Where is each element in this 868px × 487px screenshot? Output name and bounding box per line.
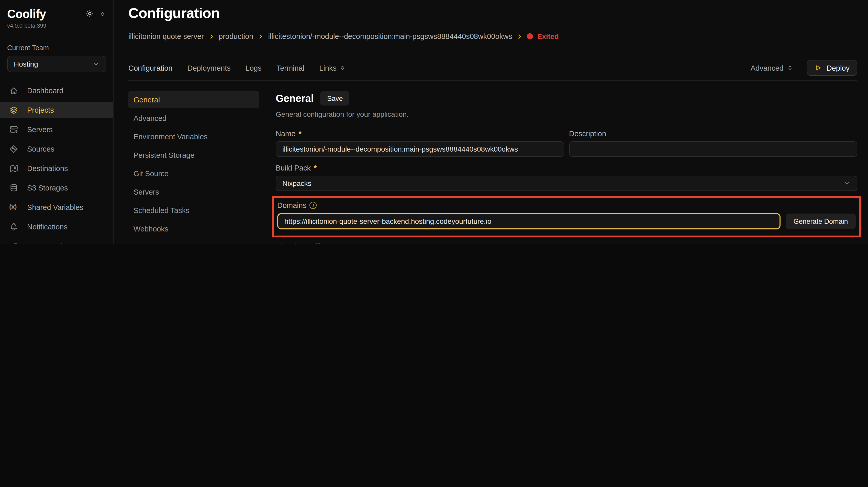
unfold-icon xyxy=(787,64,793,71)
subnav-item-scheduled-tasks[interactable]: Scheduled Tasks xyxy=(128,202,259,219)
build-pack-value: Nixpacks xyxy=(282,179,311,188)
breadcrumb-application[interactable]: illicitestonion/-module--decomposition:m… xyxy=(268,32,512,40)
tab-deployments[interactable]: Deployments xyxy=(187,64,231,72)
theme-sun-icon[interactable] xyxy=(86,9,94,18)
breadcrumb-environment[interactable]: production xyxy=(219,32,253,40)
page-title: Configuration xyxy=(128,5,857,22)
map-icon xyxy=(9,164,19,173)
sidebar-item-destinations[interactable]: Destinations xyxy=(0,160,113,176)
subnav-item-general[interactable]: General xyxy=(128,91,259,108)
current-team-label: Current Team xyxy=(7,44,106,52)
sidebar-item-notifications[interactable]: Notifications xyxy=(0,219,113,234)
sidebar-item-label: Keys & Tokens xyxy=(27,242,76,244)
domains-input[interactable] xyxy=(277,213,780,229)
sidebar-item-label: Projects xyxy=(27,106,54,114)
tab-terminal[interactable]: Terminal xyxy=(276,64,305,72)
chevron-down-icon xyxy=(843,180,850,187)
sidebar-header: Coolify v4.0.0-beta.399 Current Team Hos… xyxy=(0,7,113,72)
key-icon xyxy=(9,241,19,244)
subnav-item-webhooks[interactable]: Webhooks xyxy=(128,220,259,237)
variable-icon: (x) xyxy=(9,203,19,212)
advanced-label: Advanced xyxy=(751,64,784,72)
sidebar-item-s3-storages[interactable]: S3 Storages xyxy=(0,180,113,196)
info-icon[interactable] xyxy=(314,243,321,244)
chevron-right-icon xyxy=(258,33,264,39)
save-button[interactable]: Save xyxy=(320,91,350,106)
subnav-item-preview-deployments[interactable]: Preview Deployments xyxy=(128,239,259,244)
team-select-value: Hosting xyxy=(14,60,38,68)
sidebar-item-dashboard[interactable]: Dashboard xyxy=(0,82,113,98)
coolify-app: Coolify v4.0.0-beta.399 Current Team Hos… xyxy=(0,0,868,244)
divider xyxy=(128,80,857,81)
section-subtitle: General configuration for your applicati… xyxy=(276,110,857,118)
section-title-general: General xyxy=(276,92,314,104)
status-badge: Exited xyxy=(527,32,559,40)
info-icon[interactable] xyxy=(309,202,317,209)
sidebar-item-label: Servers xyxy=(27,125,53,134)
required-asterisk: * xyxy=(299,130,301,138)
team-select[interactable]: Hosting xyxy=(7,56,106,72)
tab-logs[interactable]: Logs xyxy=(246,64,261,72)
deploy-label: Deploy xyxy=(827,64,849,72)
subnav-item-environment-variables[interactable]: Environment Variables xyxy=(128,128,259,145)
required-asterisk: * xyxy=(314,164,317,172)
sidebar-nav: Dashboard Projects Servers Sources Desti… xyxy=(0,82,113,244)
home-icon xyxy=(9,86,19,95)
unfold-icon xyxy=(339,64,346,71)
chevron-right-icon xyxy=(517,33,523,39)
domains-highlight-annotation: Domains Generate Domain xyxy=(272,196,861,237)
layers-icon xyxy=(9,105,19,114)
sidebar-item-label: Dashboard xyxy=(27,86,63,94)
sidebar-item-keys-tokens[interactable]: Keys & Tokens xyxy=(0,238,113,244)
app-version: v4.0.0-beta.399 xyxy=(7,23,106,29)
sidebar-item-label: S3 Storages xyxy=(27,183,68,192)
deploy-button[interactable]: Deploy xyxy=(807,60,857,76)
git-diamond-icon xyxy=(9,144,19,153)
sidebar-item-label: Sources xyxy=(27,145,54,153)
subnav-item-git-source[interactable]: Git Source xyxy=(128,165,259,182)
server-icon xyxy=(9,125,19,134)
breadcrumb: illicitonion quote server production ill… xyxy=(128,32,857,40)
required-asterisk: * xyxy=(308,242,311,244)
database-icon xyxy=(9,183,19,192)
name-input[interactable] xyxy=(276,141,564,157)
subnav-item-servers[interactable]: Servers xyxy=(128,183,259,200)
advanced-dropdown[interactable]: Advanced xyxy=(751,64,793,72)
main-area: Configuration illicitonion quote server … xyxy=(114,0,868,244)
sidebar-item-servers[interactable]: Servers xyxy=(0,121,113,137)
tab-links[interactable]: Links xyxy=(319,64,346,72)
chevron-right-icon xyxy=(209,33,214,39)
name-label: Name* xyxy=(276,130,564,138)
chevron-down-icon xyxy=(93,60,100,67)
sidebar-item-shared-variables[interactable]: (x)Shared Variables xyxy=(0,199,113,215)
sidebar: Coolify v4.0.0-beta.399 Current Team Hos… xyxy=(0,0,114,244)
sidebar-item-label: Shared Variables xyxy=(27,203,83,211)
tab-configuration[interactable]: Configuration xyxy=(128,64,173,72)
sidebar-item-projects[interactable]: Projects xyxy=(0,102,113,118)
status-dot-icon xyxy=(527,33,533,39)
description-input[interactable] xyxy=(569,141,857,157)
tab-links-label: Links xyxy=(319,64,337,72)
build-pack-select[interactable]: Nixpacks xyxy=(276,176,857,191)
direction-label: Direction* xyxy=(276,242,857,244)
tab-bar: Configuration Deployments Logs Terminal … xyxy=(128,60,857,76)
status-label: Exited xyxy=(537,32,559,40)
subnav-item-advanced[interactable]: Advanced xyxy=(128,110,259,126)
domains-label: Domains xyxy=(277,201,856,209)
settings-subnav: General Advanced Environment Variables P… xyxy=(128,91,259,244)
play-icon xyxy=(814,64,822,72)
sidebar-item-label: Notifications xyxy=(27,223,67,231)
sidebar-item-label: Destinations xyxy=(27,164,68,172)
brand-logo[interactable]: Coolify xyxy=(7,7,46,21)
theme-selector-unfold-icon[interactable] xyxy=(99,10,106,17)
breadcrumb-project[interactable]: illicitonion quote server xyxy=(128,32,204,40)
build-pack-label: Build Pack* xyxy=(276,164,857,172)
sidebar-item-sources[interactable]: Sources xyxy=(0,141,113,157)
generate-domain-button[interactable]: Generate Domain xyxy=(786,213,856,229)
description-label: Description xyxy=(569,130,857,138)
bell-icon xyxy=(9,222,19,231)
subnav-item-persistent-storage[interactable]: Persistent Storage xyxy=(128,146,259,163)
general-settings-form: General Save General configuration for y… xyxy=(276,91,857,244)
